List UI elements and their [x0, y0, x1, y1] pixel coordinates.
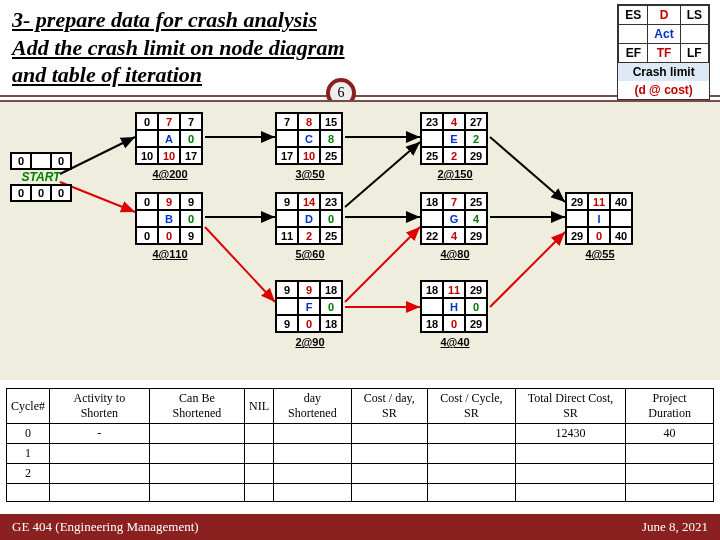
cost-A: 4@200	[135, 168, 205, 180]
cost-C: 3@50	[275, 168, 345, 180]
svg-line-10	[490, 137, 565, 202]
node-H: 181129 H0 18029	[420, 280, 488, 333]
cost-I: 4@55	[565, 248, 635, 260]
table-row: 2	[7, 464, 714, 484]
cost-G: 4@80	[420, 248, 490, 260]
node-start: 00 START 000	[10, 152, 72, 202]
table-row: 0- 1243040	[7, 424, 714, 444]
cost-D: 5@60	[275, 248, 345, 260]
cost-B: 4@110	[135, 248, 205, 260]
node-E: 23427 E2 25229	[420, 112, 488, 165]
cost-H: 4@40	[420, 336, 490, 348]
table-row: 1	[7, 444, 714, 464]
node-B: 099 B0 009	[135, 192, 203, 245]
svg-line-6	[345, 142, 420, 207]
node-D: 91423 D0 11225	[275, 192, 343, 245]
network-diagram: 00 START 000 077 A0 101017 4@200 099 B0 …	[0, 100, 720, 380]
footer-left: GE 404 (Engineering Management)	[12, 519, 199, 534]
footer-date: June 8, 2021	[642, 514, 708, 540]
node-A: 077 A0 101017	[135, 112, 203, 165]
cost-E: 2@150	[420, 168, 490, 180]
node-I: 291140 I 29040	[565, 192, 633, 245]
slide-title: 3- prepare data for crash analysis Add t…	[0, 0, 720, 97]
cost-F: 2@90	[275, 336, 345, 348]
footer: GE 404 (Engineering Management) June 8, …	[0, 514, 720, 540]
svg-line-4	[205, 227, 275, 302]
svg-line-8	[345, 227, 420, 302]
node-C: 7815 C8 171025	[275, 112, 343, 165]
svg-line-12	[490, 232, 565, 307]
iteration-table: Cycle#Activity to ShortenCan Be Shortene…	[6, 388, 714, 502]
node-F: 9918 F0 9018	[275, 280, 343, 333]
node-G: 18725 G4 22429	[420, 192, 488, 245]
node-legend: ESDLS Act EFTFLF Crash limit (d @ cost)	[617, 4, 710, 100]
